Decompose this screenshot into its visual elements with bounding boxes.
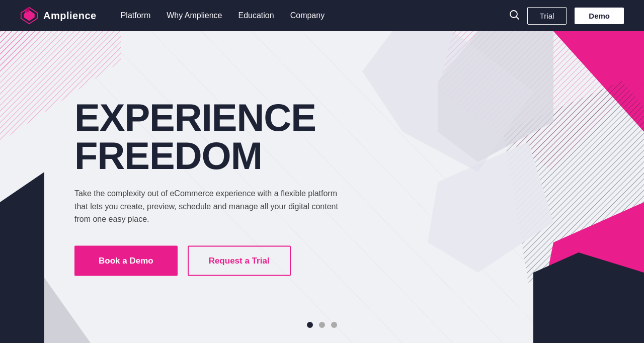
- hero-buttons: Book a Demo Request a Trial: [74, 245, 417, 276]
- nav-item-company[interactable]: Company: [290, 11, 325, 20]
- hero-section: EXPERIENCE FREEDOM Take the complexity o…: [0, 31, 644, 343]
- carousel-dot-2[interactable]: [319, 322, 325, 328]
- hero-subtitle: Take the complexity out of eCommerce exp…: [74, 187, 346, 226]
- nav-link-platform[interactable]: Platform: [121, 11, 151, 20]
- logo-text: Amplience: [43, 10, 97, 22]
- carousel-dots: [307, 322, 337, 328]
- hero-title: EXPERIENCE FREEDOM: [74, 99, 417, 175]
- svg-line-5: [516, 17, 519, 19]
- demo-button[interactable]: Demo: [575, 8, 624, 24]
- navbar: Amplience Platform Why Amplience Educati…: [0, 0, 644, 31]
- book-demo-button[interactable]: Book a Demo: [74, 245, 178, 276]
- carousel-dot-3[interactable]: [331, 322, 337, 328]
- logo[interactable]: Amplience: [20, 7, 97, 25]
- trial-button[interactable]: Trial: [527, 7, 567, 25]
- nav-links: Platform Why Amplience Education Company: [121, 11, 325, 20]
- nav-link-why-amplience[interactable]: Why Amplience: [167, 11, 222, 20]
- nav-item-education[interactable]: Education: [238, 11, 274, 20]
- search-icon[interactable]: [509, 10, 519, 22]
- carousel-dot-1[interactable]: [307, 322, 313, 328]
- navbar-left: Amplience Platform Why Amplience Educati…: [20, 7, 325, 25]
- svg-marker-18: [0, 172, 44, 343]
- nav-link-education[interactable]: Education: [238, 11, 274, 20]
- navbar-right: Trial Demo: [509, 7, 624, 25]
- logo-icon: [20, 7, 38, 25]
- nav-link-company[interactable]: Company: [290, 11, 325, 20]
- hero-content: EXPERIENCE FREEDOM Take the complexity o…: [74, 99, 417, 276]
- nav-item-why-amplience[interactable]: Why Amplience: [167, 11, 222, 20]
- nav-item-platform[interactable]: Platform: [121, 11, 151, 20]
- request-trial-button[interactable]: Request a Trial: [188, 245, 291, 276]
